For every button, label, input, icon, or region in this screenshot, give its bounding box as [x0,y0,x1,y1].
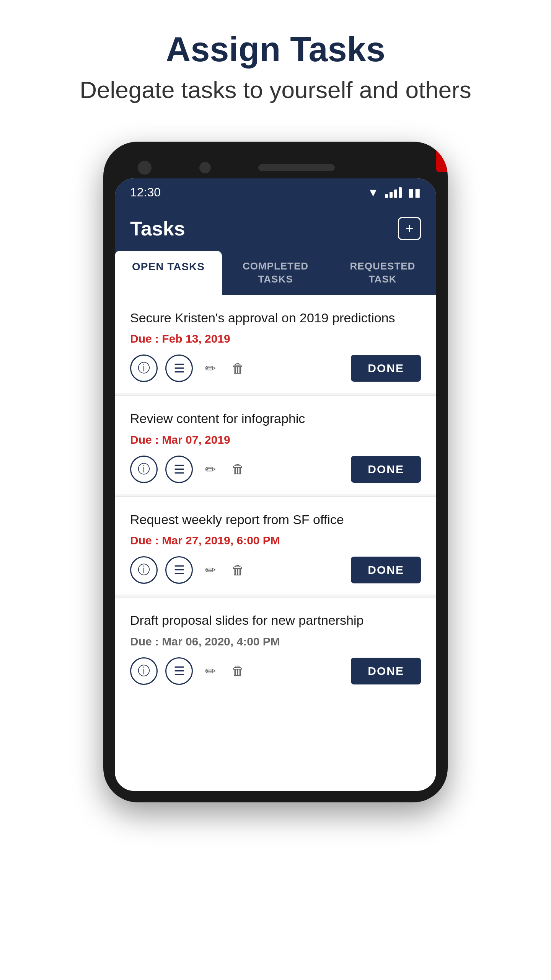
info-button[interactable]: ⓘ [130,657,158,685]
tabs-bar: OPEN TASKS COMPLETEDTASKS REQUESTEDTASK [115,251,436,295]
delete-button[interactable]: 🗑 [228,358,248,378]
add-task-button[interactable]: + [398,217,421,240]
task-title: Review content for infographic [130,410,421,428]
task-item: Draft proposal slides for new partnershi… [115,598,436,696]
status-icons: ▼ ▮▮ [367,186,421,199]
trash-icon: 🗑 [231,462,245,477]
app-header: Tasks + [115,206,436,251]
task-title: Secure Kristen's approval on 2019 predic… [130,309,421,327]
speaker [258,164,335,171]
comment-button[interactable]: ☰ [165,657,193,685]
task-due: Due : Mar 27, 2019, 6:00 PM [130,534,421,547]
tab-open-tasks[interactable]: OPEN TASKS [115,251,222,295]
edit-button[interactable]: ✏ [201,661,220,681]
comment-button[interactable]: ☰ [165,556,193,584]
tab-requested-task[interactable]: REQUESTEDTASK [329,251,436,295]
edit-icon: ✏ [205,361,216,376]
task-actions: ⓘ ☰ ✏ 🗑 DONE [130,456,421,483]
edit-icon: ✏ [205,562,216,578]
info-icon: ⓘ [138,562,150,578]
task-item: Secure Kristen's approval on 2019 predic… [115,295,436,393]
task-title: Request weekly report from SF office [130,511,421,529]
info-icon: ⓘ [138,663,150,679]
task-actions: ⓘ ☰ ✏ 🗑 DONE [130,657,421,685]
status-bar: 12:30 ▼ ▮▮ [115,178,436,206]
delete-button[interactable]: 🗑 [228,661,248,681]
due-date: Mar 27, 2019, 6:00 PM [162,534,280,547]
task-item: Review content for infographic Due : Mar… [115,396,436,494]
delete-button[interactable]: 🗑 [228,459,248,479]
edit-icon: ✏ [205,663,216,679]
info-icon: ⓘ [138,461,150,478]
sensor [199,162,211,173]
status-time: 12:30 [130,185,161,199]
comment-icon: ☰ [174,664,185,678]
tasks-list: Secure Kristen's approval on 2019 predic… [115,295,436,696]
edit-button[interactable]: ✏ [201,560,220,580]
task-actions: ⓘ ☰ ✏ 🗑 DONE [130,556,421,584]
info-button[interactable]: ⓘ [130,556,158,584]
task-due: Due : Mar 07, 2019 [130,433,421,446]
tab-completed-tasks[interactable]: COMPLETEDTASKS [222,251,329,295]
task-due: Due : Mar 06, 2020, 4:00 PM [130,635,421,648]
comment-icon: ☰ [174,361,185,376]
comment-button[interactable]: ☰ [165,354,193,382]
done-button[interactable]: DONE [351,658,421,684]
due-date: Mar 06, 2020, 4:00 PM [162,635,280,648]
info-button[interactable]: ⓘ [130,456,158,483]
page-subtitle: Delegate tasks to yourself and others [80,76,471,103]
task-due: Due : Feb 13, 2019 [130,332,421,345]
due-date: Mar 07, 2019 [162,433,230,446]
page-title: Assign Tasks [80,31,471,69]
signal-icon [385,187,402,198]
add-icon: + [405,220,413,237]
trash-icon: 🗑 [231,361,245,376]
battery-icon: ▮▮ [408,186,421,199]
edit-button[interactable]: ✏ [201,358,220,378]
done-button[interactable]: DONE [351,557,421,583]
camera-lens [138,161,152,175]
task-item: Request weekly report from SF office Due… [115,497,436,595]
done-button[interactable]: DONE [351,355,421,382]
task-title: Draft proposal slides for new partnershi… [130,611,421,630]
wifi-icon: ▼ [367,186,379,199]
trash-icon: 🗑 [231,563,245,578]
phone-mockup: 12:30 ▼ ▮▮ Tasks + [103,142,448,802]
info-icon: ⓘ [138,360,150,377]
comment-icon: ☰ [174,462,185,477]
done-button[interactable]: DONE [351,456,421,483]
task-actions: ⓘ ☰ ✏ 🗑 DONE [130,354,421,382]
info-button[interactable]: ⓘ [130,354,158,382]
due-date: Feb 13, 2019 [162,332,230,345]
app-title: Tasks [130,217,185,240]
phone-screen: 12:30 ▼ ▮▮ Tasks + [115,178,436,791]
edit-icon: ✏ [205,462,216,477]
edit-button[interactable]: ✏ [201,459,220,479]
delete-button[interactable]: 🗑 [228,560,248,580]
comment-icon: ☰ [174,563,185,577]
trash-icon: 🗑 [231,663,245,678]
comment-button[interactable]: ☰ [165,456,193,483]
